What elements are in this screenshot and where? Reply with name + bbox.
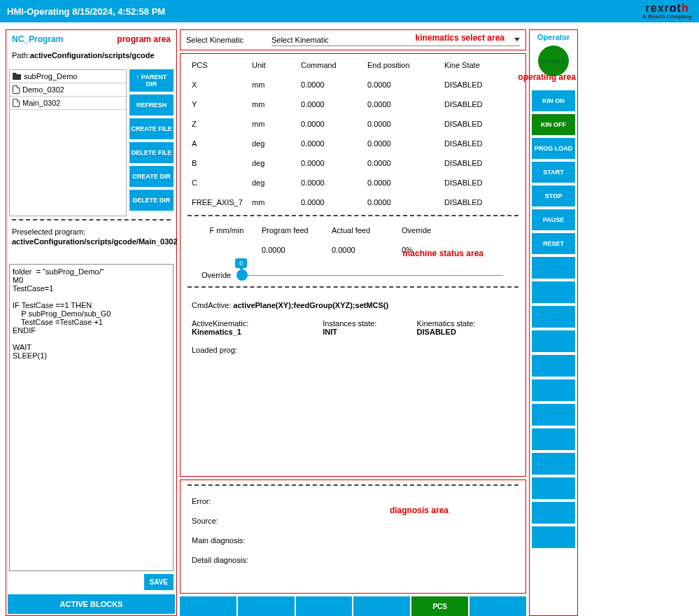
operating-area-label: operating area <box>518 72 576 82</box>
separator <box>12 219 171 220</box>
op-btn-blank[interactable] <box>532 306 575 328</box>
preselected-program: Preselected program: activeConfiguration… <box>6 227 176 251</box>
nc-program-title: NC_Program <box>12 34 63 44</box>
topbar-title: HMI-Operating 8/15/2024, 4:52:58 PM <box>7 6 165 17</box>
axis-row: FREE_AXIS_7mm0.00000.0000DISABLED <box>192 192 514 212</box>
detail-diagnosis-line: Detail diagnosis: <box>192 550 514 570</box>
brand-logo: rexroth A Bosch Company <box>642 3 692 20</box>
op-btn-pause[interactable]: PAUSE <box>532 209 575 230</box>
source-line: Source: <box>192 511 514 531</box>
create-file-button[interactable]: CREATE FILE <box>129 118 174 139</box>
bottom-btn-blank[interactable] <box>353 596 410 616</box>
status-area-label: machine status area <box>403 248 483 258</box>
op-btn-blank[interactable] <box>532 330 575 352</box>
axis-row: Adeg0.00000.0000DISABLED <box>192 134 514 153</box>
kinematics-select-area: Select Kinematic Select Kinematic kinema… <box>180 29 526 50</box>
op-btn-blank[interactable] <box>532 355 575 377</box>
separator <box>188 286 518 288</box>
parent-dir-button[interactable]: ↑ PARENT DIR <box>129 69 174 92</box>
bottom-button-bar: PCS <box>180 596 526 616</box>
op-btn-blank[interactable] <box>532 281 575 303</box>
op-btn-blank[interactable] <box>532 428 575 450</box>
operating-area: Operator DISABLE operating area KIN ONKI… <box>529 29 578 616</box>
bottom-btn-blank[interactable] <box>296 596 353 616</box>
op-btn-blank[interactable] <box>532 477 575 499</box>
override-slider[interactable]: 0 <box>236 275 503 276</box>
op-btn-prog-load[interactable]: PROG LOAD <box>532 138 575 159</box>
main-diagnosis-line: Main diagnosis: <box>192 531 514 550</box>
diagnosis-area: diagnosis area Error: Source: Main diagn… <box>180 479 526 594</box>
path-row: Path:activeConfiguration/scripts/gcode <box>6 48 176 69</box>
op-btn-kin-on[interactable]: KIN ON <box>532 90 575 111</box>
separator <box>188 215 518 216</box>
op-btn-blank[interactable] <box>532 257 575 279</box>
override-slider-row: Override 0 <box>181 262 525 285</box>
op-btn-kin-off[interactable]: KIN OFF <box>532 114 575 135</box>
status-info: CmdActive: activePlane(XY);feedGroup(XYZ… <box>181 289 525 366</box>
diagnosis-area-label: diagnosis area <box>390 505 449 515</box>
op-btn-blank[interactable] <box>532 453 575 475</box>
error-line: Error: <box>192 491 514 511</box>
file-item[interactable]: Demo_0302 <box>10 83 126 97</box>
file-item-folder[interactable]: subProg_Demo <box>10 70 126 83</box>
op-btn-reset[interactable]: RESET <box>532 233 575 254</box>
axis-row: Ymm0.00000.0000DISABLED <box>192 94 514 114</box>
axis-row: Xmm0.00000.0000DISABLED <box>192 75 514 94</box>
create-dir-button[interactable]: CREATE DIR <box>129 166 174 187</box>
bottom-btn-blank[interactable] <box>180 596 236 616</box>
file-icon <box>13 85 20 94</box>
delete-file-button[interactable]: DELETE FILE <box>129 142 174 163</box>
axis-table: PCS Unit Command End position Kine State… <box>181 54 525 214</box>
op-btn-stop[interactable]: STOP <box>532 186 575 206</box>
refresh-button[interactable]: REFRESH <box>129 94 174 115</box>
bottom-btn-blank[interactable] <box>469 596 526 616</box>
operator-title: Operator <box>537 33 570 46</box>
op-btn-blank[interactable] <box>532 404 575 426</box>
select-kinematic-label: Select Kinematic <box>186 36 243 44</box>
bottom-btn-blank[interactable] <box>238 596 295 616</box>
save-button[interactable]: SAVE <box>144 574 174 590</box>
file-item[interactable]: Main_0302 <box>10 97 126 110</box>
machine-status-area: machine status area PCS Unit Command End… <box>180 53 526 477</box>
delete-dir-button[interactable]: DELETE DIR <box>129 190 174 211</box>
caret-down-icon <box>514 38 520 41</box>
op-btn-start[interactable]: START <box>532 162 575 183</box>
separator <box>188 484 518 486</box>
gcode-editor[interactable] <box>9 264 174 571</box>
slider-thumb[interactable] <box>236 270 248 281</box>
file-list[interactable]: subProg_Demo Demo_0302 Main_0302 <box>9 69 127 216</box>
file-icon <box>13 99 20 107</box>
slider-value-bubble: 0 <box>235 258 247 268</box>
active-blocks-button[interactable]: ACTIVE BLOCKS <box>8 594 175 614</box>
folder-icon <box>13 73 21 80</box>
kinematic-dropdown[interactable]: Select Kinematic <box>271 34 520 46</box>
bottom-btn-pcs[interactable]: PCS <box>411 596 468 616</box>
op-btn-blank[interactable] <box>532 502 575 524</box>
axis-row: Cdeg0.00000.0000DISABLED <box>192 173 514 192</box>
op-btn-blank[interactable] <box>532 379 575 401</box>
topbar: HMI-Operating 8/15/2024, 4:52:58 PM rexr… <box>0 0 699 22</box>
op-btn-blank[interactable] <box>532 526 575 548</box>
axis-row: Bdeg0.00000.0000DISABLED <box>192 153 514 173</box>
program-area: NC_Program program area Path:activeConfi… <box>6 29 177 616</box>
program-area-label: program area <box>117 34 171 44</box>
axis-row: Zmm0.00000.0000DISABLED <box>192 114 514 134</box>
